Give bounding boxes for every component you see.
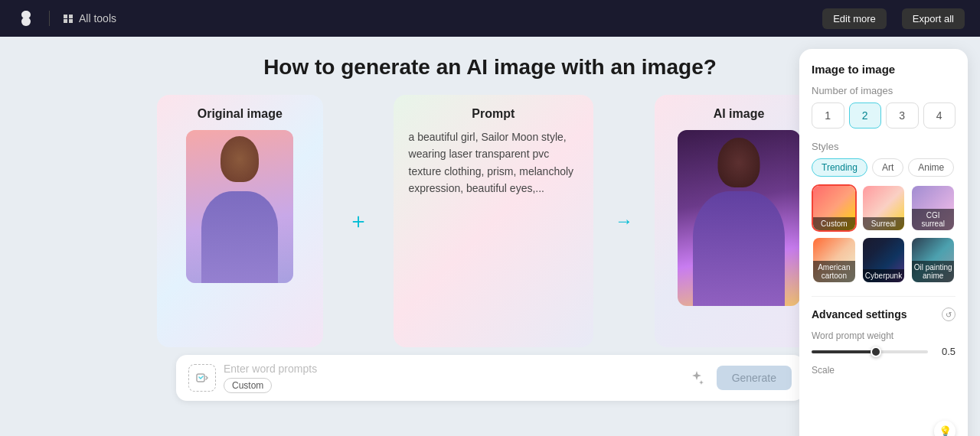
original-image-title: Original image [198,107,283,121]
ai-person-photo [678,130,800,306]
style-tab-trending[interactable]: Trending [812,158,867,177]
style-cgi[interactable]: CGI surreal [910,184,956,232]
ai-image-title: AI image [714,107,765,121]
custom-badge[interactable]: Custom [224,378,272,393]
magic-enhance-button[interactable] [684,366,709,390]
app-logo[interactable] [15,8,37,29]
style-tab-anime[interactable]: Anime [908,158,954,177]
num-images-label: Number of images [812,85,956,96]
ai-image [678,130,800,306]
word-prompt-label: Word prompt weight [812,330,956,341]
num-btn-4[interactable]: 4 [923,102,956,129]
export-all-button[interactable]: Export all [902,8,965,29]
num-btn-1[interactable]: 1 [812,102,844,129]
style-oil-label: Oil painting anime [912,261,954,282]
style-custom-label: Custom [813,217,855,230]
original-person-photo [186,130,293,283]
advanced-title: Advanced settings [812,308,906,320]
style-cyberpunk-label: Cyberpunk [863,269,905,282]
ai-image-panel: AI image [655,95,823,347]
input-actions: Generate [684,366,792,390]
text-input-area: Enter word prompts Custom [224,363,677,393]
style-tabs: Trending Art Anime [812,158,956,177]
slider-thumb[interactable] [871,347,881,357]
prompt-title: Prompt [409,107,578,121]
style-surreal-label: Surreal [863,217,905,230]
generate-button[interactable]: Generate [717,366,792,390]
canvas-area: Original image ＋ Prompt a beautiful girl… [157,95,823,347]
right-panel-title: Image to image [812,63,956,76]
style-tab-art[interactable]: Art [872,158,903,177]
slider-value: 0.5 [934,346,956,357]
top-navigation: All tools Edit more Export all [0,0,980,37]
right-panel: Image to image Number of images 1 2 3 4 … [799,49,968,436]
prompt-text: a beautiful girl, Sailor Moon style, wea… [409,129,578,335]
plus-icon: ＋ [348,207,369,236]
info-icon[interactable]: ↺ [942,307,956,321]
add-image-button[interactable] [188,364,216,392]
page-title: How to generate an AI image with an imag… [263,55,717,80]
nav-divider [49,11,50,26]
advanced-header: Advanced settings ↺ [812,307,956,321]
style-cyberpunk[interactable]: Cyberpunk [861,236,906,284]
num-btn-2[interactable]: 2 [849,102,882,129]
style-custom[interactable]: Custom [812,184,857,232]
original-image-panel: Original image [157,95,323,347]
advanced-settings-section: Advanced settings ↺ Word prompt weight 0… [812,296,956,376]
main-content: How to generate an AI image with an imag… [0,37,980,436]
word-prompt-slider[interactable] [812,350,928,353]
word-prompt-slider-row: 0.5 [812,346,956,357]
all-tools-label: All tools [79,12,116,24]
scale-label: Scale [812,365,956,376]
num-btn-3[interactable]: 3 [886,102,919,129]
all-tools-nav[interactable]: All tools [62,12,116,24]
original-image[interactable] [186,130,293,283]
styles-label: Styles [812,141,956,152]
style-oil[interactable]: Oil painting anime [910,236,956,284]
style-cgi-label: CGI surreal [912,209,954,230]
style-american[interactable]: American cartoon [812,236,857,284]
style-surreal[interactable]: Surreal [861,184,906,232]
style-american-label: American cartoon [813,261,855,282]
style-grid: Custom Surreal CGI surreal American cart… [812,184,956,284]
arrow-icon: → [615,210,633,232]
input-bar: Enter word prompts Custom Generate [176,355,804,401]
edit-more-button[interactable]: Edit more [822,8,887,29]
input-placeholder[interactable]: Enter word prompts [224,363,677,375]
num-images-grid: 1 2 3 4 [812,102,956,129]
lightbulb-icon[interactable]: 💡 [934,421,956,436]
prompt-panel: Prompt a beautiful girl, Sailor Moon sty… [394,95,593,347]
slider-fill [812,350,876,353]
